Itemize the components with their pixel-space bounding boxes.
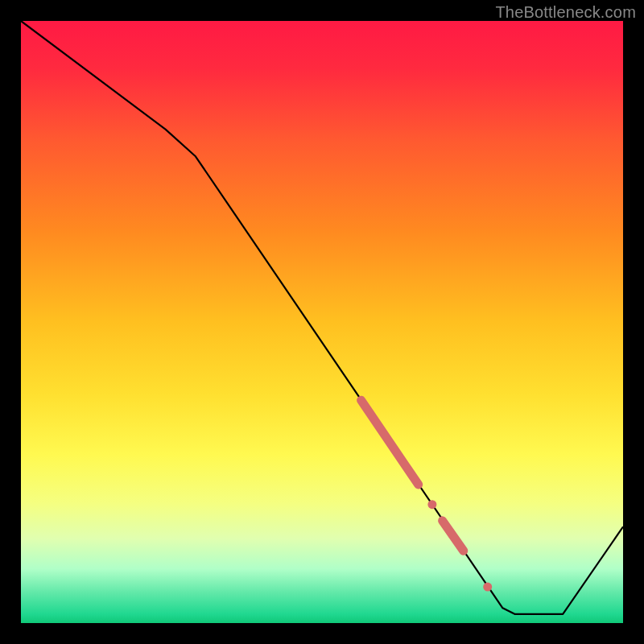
gradient-background bbox=[21, 21, 623, 623]
chart-frame bbox=[21, 21, 623, 623]
watermark-text: TheBottleneck.com bbox=[495, 3, 636, 22]
chart-svg bbox=[21, 21, 623, 623]
marker-dot bbox=[483, 583, 492, 592]
marker-dot bbox=[427, 500, 436, 509]
